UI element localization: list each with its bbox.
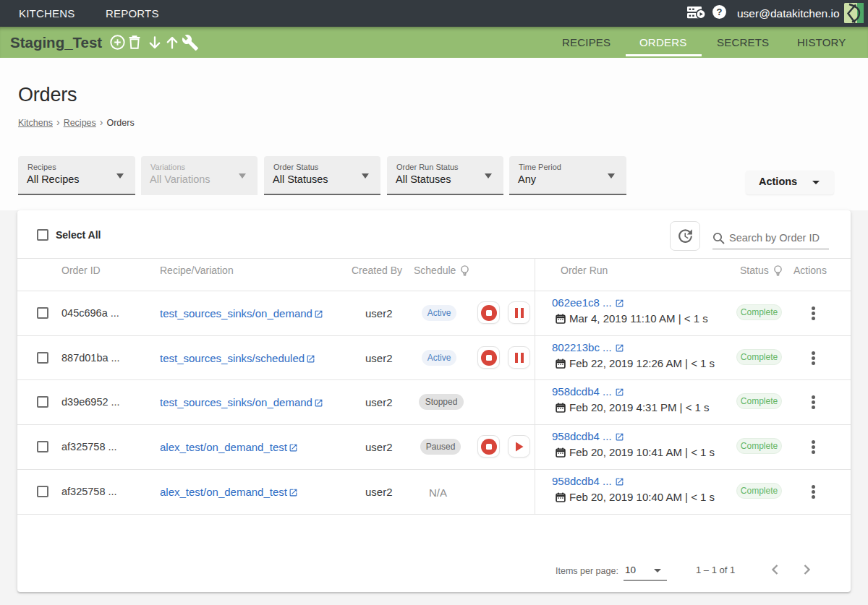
svg-text:?: ?: [717, 7, 723, 17]
